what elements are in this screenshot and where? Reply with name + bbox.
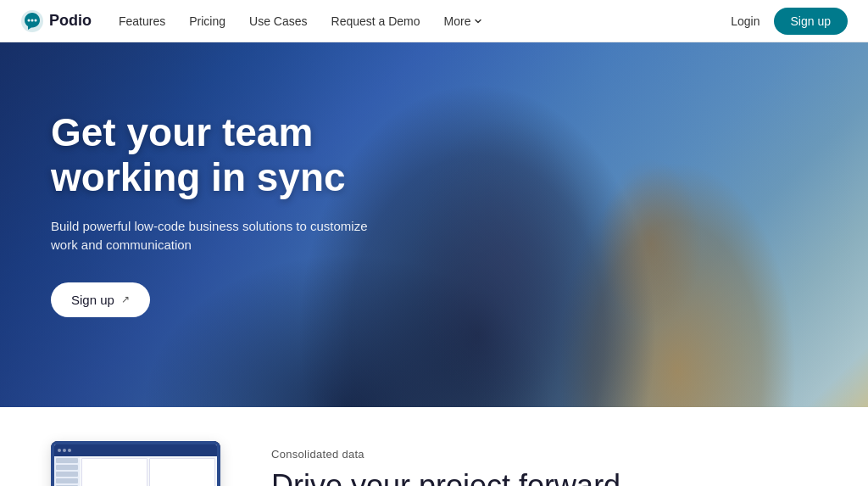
nav-pricing[interactable]: Pricing [189,14,225,28]
below-fold-section: Consolidated data Drive your project for… [0,407,868,486]
sidebar-row [56,465,78,470]
hero-signup-button[interactable]: Sign up ↗ [51,282,150,317]
consolidated-label: Consolidated data [271,448,629,461]
hero-signup-label: Sign up [71,293,114,307]
screen-card [149,458,215,486]
nav-features[interactable]: Features [119,14,165,28]
nav-request-demo[interactable]: Request a Demo [331,14,420,28]
screen-inner [54,444,217,486]
nav-actions: Login Sign up [731,8,848,35]
hero-section: Get your team working in sync Build powe… [0,42,868,407]
screen-body [54,456,217,486]
login-button[interactable]: Login [731,14,760,28]
sidebar-row [56,472,78,477]
external-link-icon: ↗ [121,293,130,305]
laptop-preview [51,441,220,486]
svg-point-1 [28,19,31,21]
nav-links: Features Pricing Use Cases Request a Dem… [119,14,731,28]
hero-title: Get your team working in sync [51,110,390,200]
navbar: Podio Features Pricing Use Cases Request… [0,0,868,42]
drive-title: Drive your project forward, [271,467,629,486]
svg-point-2 [31,19,34,21]
logo[interactable]: Podio [20,9,92,33]
screen-topbar [54,444,217,456]
sidebar-row [56,478,78,483]
signup-button[interactable]: Sign up [774,8,848,35]
screen-dot-2 [63,449,66,452]
chevron-down-icon [474,17,482,25]
hero-content: Get your team working in sync Build powe… [0,42,441,385]
hero-subtitle: Build powerful low-code business solutio… [51,217,373,255]
below-fold-text: Consolidated data Drive your project for… [271,441,629,486]
screen-dot-1 [58,449,61,452]
screen-sidebar [54,456,80,486]
nav-more-dropdown[interactable]: More [444,14,483,28]
svg-point-3 [35,19,37,21]
podio-logo-icon [20,9,44,33]
laptop-screen [51,441,220,486]
logo-text: Podio [49,12,92,30]
nav-more-label: More [444,14,471,28]
screen-dot-3 [68,449,71,452]
screen-main [80,456,217,486]
sidebar-row [56,458,78,463]
nav-use-cases[interactable]: Use Cases [249,14,307,28]
screen-card [81,458,147,486]
